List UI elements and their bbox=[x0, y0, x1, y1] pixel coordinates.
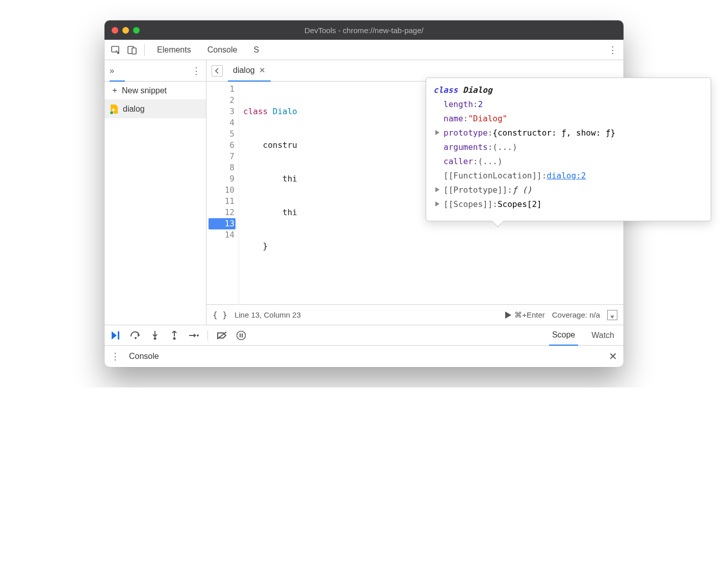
separator bbox=[207, 330, 208, 341]
expand-icon[interactable] bbox=[435, 187, 439, 192]
more-options-icon[interactable]: ⋮ bbox=[606, 44, 619, 56]
separator bbox=[144, 44, 145, 56]
window-controls bbox=[112, 27, 140, 34]
inspect-element-icon[interactable] bbox=[109, 43, 123, 57]
coverage-toggle-icon[interactable] bbox=[607, 310, 617, 320]
tab-scope[interactable]: Scope bbox=[549, 325, 578, 346]
expand-icon[interactable] bbox=[435, 201, 439, 206]
tab-sources-partial[interactable]: S bbox=[246, 40, 266, 60]
console-drawer-label[interactable]: Console bbox=[129, 352, 159, 361]
window-title: DevTools - chrome://new-tab-page/ bbox=[105, 26, 623, 35]
function-location-link[interactable]: dialog:2 bbox=[547, 169, 586, 183]
step-into-icon[interactable] bbox=[149, 330, 161, 341]
debugger-toolbar: Scope Watch bbox=[105, 325, 623, 346]
svg-point-6 bbox=[173, 337, 176, 340]
snippet-file-icon: ▸ bbox=[111, 105, 119, 114]
deactivate-breakpoints-icon[interactable] bbox=[216, 330, 227, 341]
prop-function-location: [[FunctionLocation]]: dialog:2 bbox=[433, 169, 704, 183]
svg-rect-2 bbox=[132, 48, 136, 54]
console-more-icon[interactable]: ⋮ bbox=[111, 351, 120, 362]
snippet-list: ▸ dialog bbox=[105, 100, 206, 325]
svg-point-8 bbox=[237, 331, 246, 340]
nav-back-icon[interactable] bbox=[212, 65, 223, 76]
close-tab-icon[interactable]: ✕ bbox=[259, 66, 266, 75]
sidebar: » ⋮ ＋ New snippet ▸ dialog bbox=[105, 60, 206, 325]
prop-scopes[interactable]: [[Scopes]]: Scopes[2] bbox=[433, 197, 704, 212]
prop-length[interactable]: length: 2 bbox=[433, 97, 704, 112]
svg-point-5 bbox=[154, 337, 157, 340]
editor-footer: { } Line 13, Column 23 ⌘+Enter Coverage:… bbox=[206, 304, 623, 325]
pause-on-exceptions-icon[interactable] bbox=[236, 330, 247, 341]
svg-point-7 bbox=[197, 334, 199, 336]
run-snippet-button[interactable]: ⌘+Enter bbox=[505, 310, 545, 320]
minimize-window-icon[interactable] bbox=[122, 27, 129, 34]
device-toolbar-icon[interactable] bbox=[125, 43, 139, 57]
prop-prototype[interactable]: prototype: {constructor: ƒ, show: ƒ} bbox=[433, 126, 704, 140]
new-snippet-label: New snippet bbox=[122, 86, 167, 95]
svg-point-4 bbox=[135, 337, 137, 339]
svg-rect-9 bbox=[240, 333, 241, 337]
step-over-icon[interactable] bbox=[130, 330, 141, 341]
prop-caller[interactable]: caller: (...) bbox=[433, 154, 704, 169]
plus-icon: ＋ bbox=[111, 85, 119, 96]
expand-panes-icon[interactable]: » bbox=[110, 66, 114, 75]
cursor-position: Line 13, Column 23 bbox=[235, 310, 301, 319]
tab-console[interactable]: Console bbox=[200, 40, 245, 60]
tab-watch[interactable]: Watch bbox=[588, 325, 617, 346]
resume-icon[interactable] bbox=[111, 330, 122, 341]
svg-rect-10 bbox=[242, 333, 243, 337]
prop-prototype-internal[interactable]: [[Prototype]]: ƒ () bbox=[433, 183, 704, 197]
tab-elements[interactable]: Elements bbox=[150, 40, 198, 60]
code-editor: dialog ✕ 1 2 3 4 5 6 7 8 9 10 11 12 bbox=[206, 60, 623, 325]
pretty-print-icon[interactable]: { } bbox=[213, 310, 227, 320]
coverage-label: Coverage: n/a bbox=[552, 310, 600, 319]
svg-rect-0 bbox=[112, 46, 119, 52]
prop-arguments[interactable]: arguments: (...) bbox=[433, 140, 704, 154]
popover-header: class Dialog bbox=[433, 83, 704, 97]
close-window-icon[interactable] bbox=[112, 27, 118, 34]
step-icon[interactable] bbox=[188, 330, 199, 341]
svg-rect-3 bbox=[118, 331, 119, 340]
panel-toolbar: Elements Console S ⋮ bbox=[105, 40, 623, 60]
sidebar-header: » ⋮ bbox=[105, 60, 206, 82]
expand-icon[interactable] bbox=[435, 130, 439, 135]
file-tab-dialog[interactable]: dialog ✕ bbox=[228, 60, 271, 82]
close-drawer-icon[interactable]: ✕ bbox=[609, 350, 617, 362]
main-area: » ⋮ ＋ New snippet ▸ dialog bbox=[105, 60, 623, 325]
file-tab-label: dialog bbox=[233, 66, 255, 75]
titlebar: DevTools - chrome://new-tab-page/ bbox=[105, 20, 623, 40]
object-preview-popover: class Dialog length: 2 name: "Dialog" pr… bbox=[426, 77, 711, 221]
run-shortcut-label: ⌘+Enter bbox=[514, 310, 545, 320]
snippet-item-label: dialog bbox=[123, 105, 145, 114]
step-out-icon[interactable] bbox=[169, 330, 180, 341]
prop-name[interactable]: name: "Dialog" bbox=[433, 112, 704, 126]
line-gutter: 1 2 3 4 5 6 7 8 9 10 11 12 13 14 bbox=[206, 82, 239, 304]
new-snippet-button[interactable]: ＋ New snippet bbox=[105, 82, 206, 100]
console-drawer: ⋮ Console ✕ bbox=[105, 346, 623, 367]
sidebar-more-icon[interactable]: ⋮ bbox=[192, 65, 201, 76]
snippet-item-dialog[interactable]: ▸ dialog bbox=[105, 100, 206, 118]
maximize-window-icon[interactable] bbox=[133, 27, 140, 34]
devtools-window: DevTools - chrome://new-tab-page/ Elemen… bbox=[105, 20, 623, 367]
